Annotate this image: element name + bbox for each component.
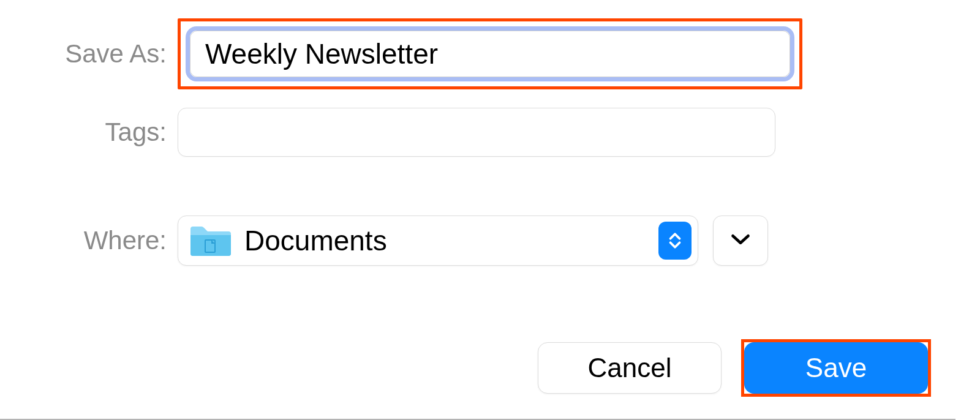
chevron-down-icon (731, 233, 750, 248)
save-as-input[interactable] (190, 31, 790, 77)
dialog-footer: Cancel Save (43, 339, 937, 397)
cancel-button[interactable]: Cancel (538, 342, 722, 394)
tags-input[interactable] (178, 108, 775, 157)
save-button[interactable]: Save (744, 342, 928, 394)
save-as-label: Save As: (43, 39, 178, 69)
tags-label: Tags: (43, 118, 178, 147)
save-dialog: Save As: Tags: Where: Documents (43, 18, 937, 397)
where-value: Documents (244, 224, 658, 257)
documents-folder-icon (189, 224, 232, 257)
expand-button[interactable] (713, 216, 768, 266)
save-as-focus-ring (186, 26, 794, 81)
tags-row: Tags: (43, 108, 937, 157)
save-as-highlight (178, 18, 802, 89)
up-down-chevron-icon (658, 222, 692, 260)
where-label: Where: (43, 226, 178, 255)
where-select[interactable]: Documents (178, 216, 698, 266)
save-button-highlight: Save (741, 339, 931, 397)
save-as-row: Save As: (43, 18, 937, 89)
where-row: Where: Documents (43, 216, 937, 266)
